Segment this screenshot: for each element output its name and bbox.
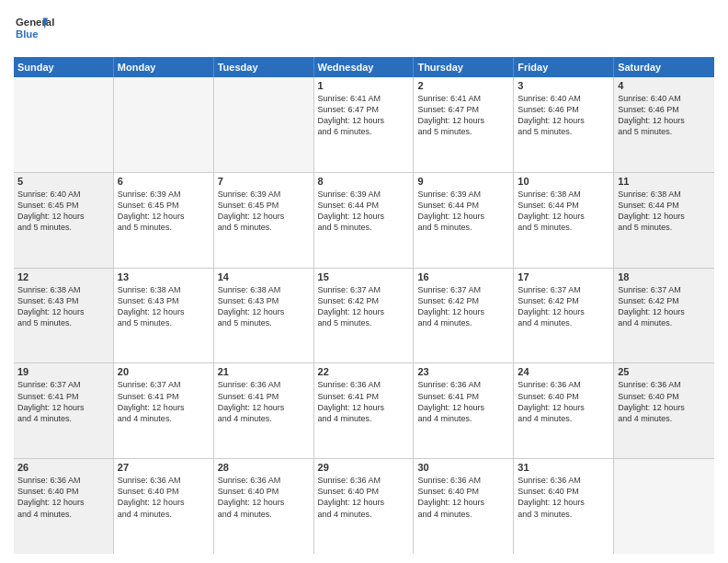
cell-info: Sunrise: 6:41 AM Sunset: 6:47 PM Dayligh… xyxy=(417,93,509,138)
logo: General Blue xyxy=(14,9,80,50)
day-number: 11 xyxy=(618,176,711,187)
header-day-friday: Friday xyxy=(514,57,614,77)
day-number: 15 xyxy=(318,271,410,282)
day-number: 25 xyxy=(618,366,711,377)
cell-info: Sunrise: 6:36 AM Sunset: 6:41 PM Dayligh… xyxy=(218,379,310,424)
day-number: 13 xyxy=(118,271,210,282)
cell-info: Sunrise: 6:37 AM Sunset: 6:42 PM Dayligh… xyxy=(417,284,509,329)
cell-info: Sunrise: 6:38 AM Sunset: 6:43 PM Dayligh… xyxy=(17,284,109,329)
cell-info: Sunrise: 6:36 AM Sunset: 6:40 PM Dayligh… xyxy=(518,475,609,520)
calendar-cell xyxy=(114,77,214,172)
header-day-monday: Monday xyxy=(114,57,214,77)
calendar-cell: 20Sunrise: 6:37 AM Sunset: 6:41 PM Dayli… xyxy=(114,363,214,458)
day-number: 23 xyxy=(417,366,509,377)
calendar-cell: 1Sunrise: 6:41 AM Sunset: 6:47 PM Daylig… xyxy=(314,77,415,172)
calendar-cell: 28Sunrise: 6:36 AM Sunset: 6:40 PM Dayli… xyxy=(214,459,314,554)
day-number: 4 xyxy=(618,80,711,91)
week-row-4: 19Sunrise: 6:37 AM Sunset: 6:41 PM Dayli… xyxy=(14,363,714,459)
cell-info: Sunrise: 6:38 AM Sunset: 6:43 PM Dayligh… xyxy=(218,284,310,329)
calendar-cell: 22Sunrise: 6:36 AM Sunset: 6:41 PM Dayli… xyxy=(314,363,415,458)
svg-text:Blue: Blue xyxy=(16,29,39,40)
cell-info: Sunrise: 6:39 AM Sunset: 6:44 PM Dayligh… xyxy=(318,189,410,234)
day-number: 12 xyxy=(17,271,109,282)
calendar-cell: 27Sunrise: 6:36 AM Sunset: 6:40 PM Dayli… xyxy=(114,459,214,554)
day-number: 22 xyxy=(318,366,410,377)
calendar-body: 1Sunrise: 6:41 AM Sunset: 6:47 PM Daylig… xyxy=(14,77,714,554)
cell-info: Sunrise: 6:37 AM Sunset: 6:41 PM Dayligh… xyxy=(118,379,210,424)
day-number: 27 xyxy=(118,462,210,473)
calendar-cell: 23Sunrise: 6:36 AM Sunset: 6:41 PM Dayli… xyxy=(414,363,514,458)
calendar-cell: 21Sunrise: 6:36 AM Sunset: 6:41 PM Dayli… xyxy=(214,363,314,458)
calendar-cell: 26Sunrise: 6:36 AM Sunset: 6:40 PM Dayli… xyxy=(14,459,114,554)
header-day-sunday: Sunday xyxy=(14,57,114,77)
calendar-cell: 3Sunrise: 6:40 AM Sunset: 6:46 PM Daylig… xyxy=(514,77,614,172)
day-number: 26 xyxy=(17,462,109,473)
week-row-3: 12Sunrise: 6:38 AM Sunset: 6:43 PM Dayli… xyxy=(14,269,714,364)
day-number: 30 xyxy=(417,462,509,473)
day-number: 9 xyxy=(417,176,509,187)
cell-info: Sunrise: 6:36 AM Sunset: 6:40 PM Dayligh… xyxy=(118,475,210,520)
calendar-cell: 4Sunrise: 6:40 AM Sunset: 6:46 PM Daylig… xyxy=(614,77,714,172)
cell-info: Sunrise: 6:41 AM Sunset: 6:47 PM Dayligh… xyxy=(318,93,410,138)
logo-text: General Blue xyxy=(14,9,80,50)
cell-info: Sunrise: 6:38 AM Sunset: 6:43 PM Dayligh… xyxy=(118,284,210,329)
cell-info: Sunrise: 6:37 AM Sunset: 6:42 PM Dayligh… xyxy=(518,284,609,329)
day-number: 28 xyxy=(218,462,310,473)
day-number: 20 xyxy=(118,366,210,377)
calendar-cell: 24Sunrise: 6:36 AM Sunset: 6:40 PM Dayli… xyxy=(514,363,614,458)
cell-info: Sunrise: 6:36 AM Sunset: 6:40 PM Dayligh… xyxy=(618,379,711,424)
calendar-cell xyxy=(614,459,714,554)
day-number: 31 xyxy=(518,462,609,473)
calendar-cell: 25Sunrise: 6:36 AM Sunset: 6:40 PM Dayli… xyxy=(614,363,714,458)
logo-icon: General Blue xyxy=(16,9,80,46)
calendar-cell: 29Sunrise: 6:36 AM Sunset: 6:40 PM Dayli… xyxy=(314,459,415,554)
day-number: 21 xyxy=(218,366,310,377)
calendar-header: SundayMondayTuesdayWednesdayThursdayFrid… xyxy=(14,57,714,77)
cell-info: Sunrise: 6:40 AM Sunset: 6:46 PM Dayligh… xyxy=(618,93,711,138)
cell-info: Sunrise: 6:36 AM Sunset: 6:40 PM Dayligh… xyxy=(17,475,109,520)
calendar-cell: 5Sunrise: 6:40 AM Sunset: 6:45 PM Daylig… xyxy=(14,173,114,268)
cell-info: Sunrise: 6:36 AM Sunset: 6:40 PM Dayligh… xyxy=(318,475,410,520)
cell-info: Sunrise: 6:40 AM Sunset: 6:46 PM Dayligh… xyxy=(518,93,609,138)
calendar-cell: 14Sunrise: 6:38 AM Sunset: 6:43 PM Dayli… xyxy=(214,269,314,363)
cell-info: Sunrise: 6:39 AM Sunset: 6:45 PM Dayligh… xyxy=(118,189,210,234)
calendar-cell: 12Sunrise: 6:38 AM Sunset: 6:43 PM Dayli… xyxy=(14,269,114,363)
calendar-cell: 11Sunrise: 6:38 AM Sunset: 6:44 PM Dayli… xyxy=(614,173,714,268)
calendar-cell: 18Sunrise: 6:37 AM Sunset: 6:42 PM Dayli… xyxy=(614,269,714,363)
cell-info: Sunrise: 6:36 AM Sunset: 6:40 PM Dayligh… xyxy=(417,475,509,520)
page: General Blue SundayMondayTuesdayWednesda… xyxy=(0,0,728,563)
calendar-cell: 2Sunrise: 6:41 AM Sunset: 6:47 PM Daylig… xyxy=(414,77,514,172)
header-day-wednesday: Wednesday xyxy=(314,57,415,77)
day-number: 14 xyxy=(218,271,310,282)
calendar-cell: 8Sunrise: 6:39 AM Sunset: 6:44 PM Daylig… xyxy=(314,173,415,268)
day-number: 6 xyxy=(118,176,210,187)
calendar-cell: 17Sunrise: 6:37 AM Sunset: 6:42 PM Dayli… xyxy=(514,269,614,363)
day-number: 8 xyxy=(318,176,410,187)
calendar-cell xyxy=(214,77,314,172)
day-number: 1 xyxy=(318,80,410,91)
calendar-cell: 31Sunrise: 6:36 AM Sunset: 6:40 PM Dayli… xyxy=(514,459,614,554)
calendar-cell: 7Sunrise: 6:39 AM Sunset: 6:45 PM Daylig… xyxy=(214,173,314,268)
day-number: 10 xyxy=(518,176,609,187)
cell-info: Sunrise: 6:37 AM Sunset: 6:42 PM Dayligh… xyxy=(318,284,410,329)
day-number: 19 xyxy=(17,366,109,377)
calendar-cell: 13Sunrise: 6:38 AM Sunset: 6:43 PM Dayli… xyxy=(114,269,214,363)
day-number: 24 xyxy=(518,366,609,377)
week-row-1: 1Sunrise: 6:41 AM Sunset: 6:47 PM Daylig… xyxy=(14,77,714,173)
calendar-cell: 6Sunrise: 6:39 AM Sunset: 6:45 PM Daylig… xyxy=(114,173,214,268)
cell-info: Sunrise: 6:39 AM Sunset: 6:44 PM Dayligh… xyxy=(417,189,509,234)
cell-info: Sunrise: 6:36 AM Sunset: 6:41 PM Dayligh… xyxy=(417,379,509,424)
header-day-tuesday: Tuesday xyxy=(214,57,314,77)
svg-text:General: General xyxy=(16,17,54,28)
cell-info: Sunrise: 6:37 AM Sunset: 6:42 PM Dayligh… xyxy=(618,284,711,329)
header-day-thursday: Thursday xyxy=(414,57,514,77)
calendar-cell: 19Sunrise: 6:37 AM Sunset: 6:41 PM Dayli… xyxy=(14,363,114,458)
cell-info: Sunrise: 6:37 AM Sunset: 6:41 PM Dayligh… xyxy=(17,379,109,424)
calendar-cell: 9Sunrise: 6:39 AM Sunset: 6:44 PM Daylig… xyxy=(414,173,514,268)
cell-info: Sunrise: 6:36 AM Sunset: 6:41 PM Dayligh… xyxy=(318,379,410,424)
calendar-cell: 16Sunrise: 6:37 AM Sunset: 6:42 PM Dayli… xyxy=(414,269,514,363)
header: General Blue xyxy=(14,9,714,50)
cell-info: Sunrise: 6:40 AM Sunset: 6:45 PM Dayligh… xyxy=(17,189,109,234)
cell-info: Sunrise: 6:39 AM Sunset: 6:45 PM Dayligh… xyxy=(218,189,310,234)
day-number: 7 xyxy=(218,176,310,187)
